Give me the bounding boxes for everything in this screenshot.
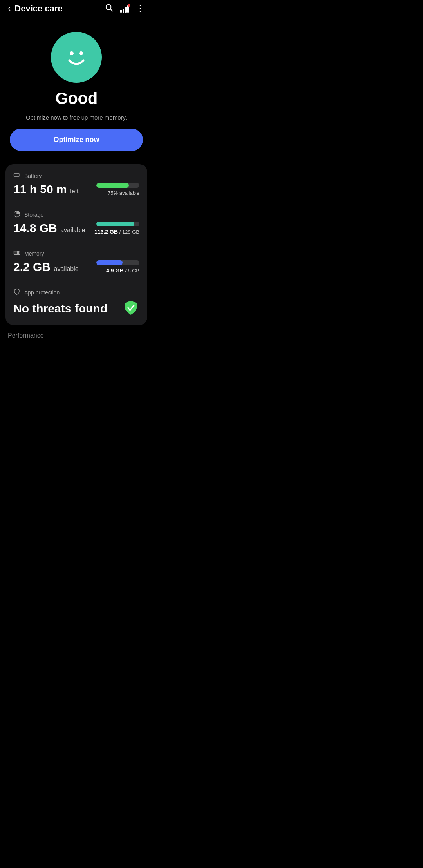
more-options-icon[interactable]: ⋮: [136, 4, 145, 13]
storage-right: 113.2 GB / 128 GB: [94, 222, 139, 235]
battery-value: 11 h 50 m left: [13, 183, 79, 196]
app-protection-icon: [13, 288, 20, 297]
battery-card[interactable]: Battery 11 h 50 m left 75% available: [5, 164, 147, 203]
battery-row: 11 h 50 m left 75% available: [13, 183, 139, 196]
memory-icon: [13, 249, 20, 258]
storage-value: 14.8 GB available: [13, 222, 85, 235]
app-protection-status: No threats found: [13, 302, 107, 315]
memory-bar-fill: [96, 260, 123, 265]
app-protection-row: No threats found: [13, 299, 139, 318]
battery-percentage: 75% available: [108, 190, 139, 196]
memory-label: Memory: [24, 251, 44, 257]
svg-point-2: [70, 51, 74, 55]
storage-card[interactable]: Storage 14.8 GB available 113.2 GB / 128…: [5, 203, 147, 242]
svg-rect-4: [14, 173, 20, 176]
storage-bar-fill: [96, 222, 134, 226]
back-button[interactable]: ‹: [8, 4, 11, 14]
app-protection-card[interactable]: App protection No threats found: [5, 281, 147, 325]
search-icon[interactable]: [105, 3, 113, 14]
memory-detail: 4.9 GB / 8 GB: [106, 267, 139, 274]
memory-card[interactable]: Memory 2.2 GB available 4.9 GB / 8 GB: [5, 242, 147, 281]
app-protection-header: App protection: [13, 288, 139, 297]
battery-header: Battery: [13, 171, 139, 180]
cards-section: Battery 11 h 50 m left 75% available: [5, 164, 147, 325]
memory-header: Memory: [13, 249, 139, 258]
app-protection-label: App protection: [24, 289, 60, 296]
memory-value: 2.2 GB available: [13, 260, 79, 274]
memory-row: 2.2 GB available 4.9 GB / 8 GB: [13, 260, 139, 274]
performance-section-label: Performance: [0, 325, 153, 342]
optimize-now-button[interactable]: Optimize now: [10, 129, 143, 151]
battery-bar-track: [96, 183, 139, 188]
storage-icon: [13, 211, 20, 219]
svg-rect-6: [14, 251, 20, 255]
svg-point-3: [79, 51, 83, 55]
signal-icon: [120, 5, 129, 13]
shield-check-icon: [122, 299, 139, 318]
storage-row: 14.8 GB available 113.2 GB / 128 GB: [13, 222, 139, 235]
hero-status-text: Good: [55, 89, 98, 108]
storage-header: Storage: [13, 211, 139, 219]
storage-bar-track: [96, 222, 139, 226]
memory-right: 4.9 GB / 8 GB: [96, 260, 139, 274]
storage-label: Storage: [24, 212, 43, 218]
hero-subtitle-text: Optimize now to free up more memory.: [26, 114, 127, 121]
header-left: ‹ Device care: [8, 4, 63, 14]
hero-section: Good Optimize now to free up more memory…: [0, 20, 153, 160]
battery-bar-fill: [96, 183, 129, 188]
header: ‹ Device care ⋮: [0, 0, 153, 20]
svg-line-1: [110, 9, 112, 11]
battery-icon: [13, 171, 20, 180]
page-title: Device care: [14, 4, 62, 14]
status-smiley: [51, 32, 102, 83]
memory-bar-track: [96, 260, 139, 265]
battery-right: 75% available: [96, 183, 139, 196]
storage-detail: 113.2 GB / 128 GB: [94, 229, 139, 235]
battery-label: Battery: [24, 173, 42, 179]
header-icons: ⋮: [105, 3, 145, 14]
